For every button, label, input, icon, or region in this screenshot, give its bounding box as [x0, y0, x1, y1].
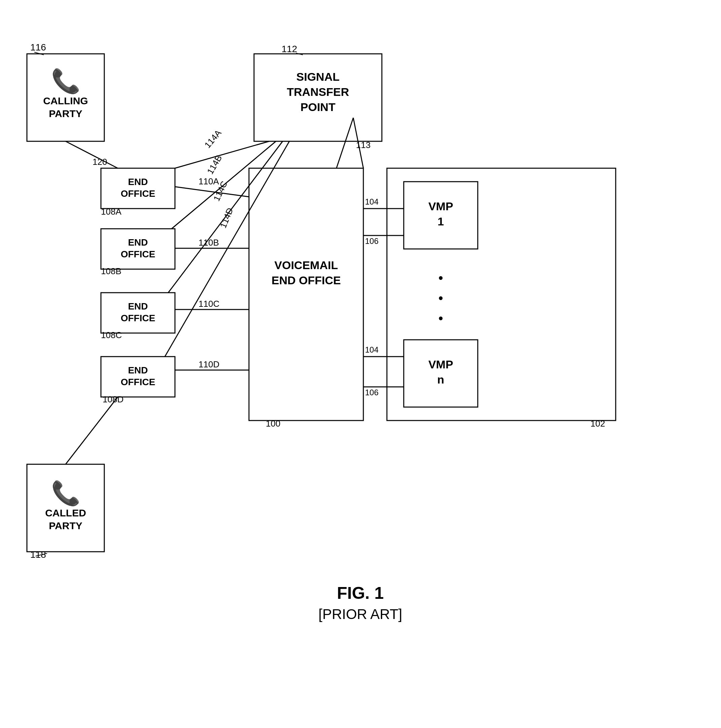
svg-text:[PRIOR ART]: [PRIOR ART]	[318, 606, 403, 622]
svg-text:110D: 110D	[199, 359, 219, 369]
svg-text:SIGNAL: SIGNAL	[296, 70, 340, 83]
svg-text:📞: 📞	[51, 479, 81, 507]
svg-text:VMP: VMP	[428, 200, 453, 213]
svg-text:104: 104	[365, 345, 378, 354]
svg-text:FIG. 1: FIG. 1	[337, 584, 384, 603]
svg-text:100: 100	[266, 419, 280, 428]
svg-text:n: n	[437, 373, 444, 386]
svg-text:114A: 114A	[202, 128, 223, 150]
svg-text:114D: 114D	[218, 206, 235, 229]
svg-text:END: END	[128, 365, 148, 375]
svg-text:PARTY: PARTY	[49, 108, 82, 119]
svg-text:END: END	[128, 237, 148, 248]
svg-text:VMP: VMP	[428, 358, 453, 371]
svg-text:110A: 110A	[199, 176, 219, 187]
svg-text:114B: 114B	[205, 153, 224, 176]
svg-text:116: 116	[30, 42, 46, 52]
svg-text:TRANSFER: TRANSFER	[287, 86, 349, 98]
svg-rect-29	[249, 168, 363, 421]
svg-text:OFFICE: OFFICE	[121, 188, 155, 199]
svg-text:108A: 108A	[101, 206, 121, 217]
svg-text:110C: 110C	[199, 299, 219, 309]
svg-line-50	[175, 141, 269, 168]
svg-text:END OFFICE: END OFFICE	[271, 274, 341, 287]
svg-text:📞: 📞	[51, 67, 81, 95]
svg-text:118: 118	[30, 549, 46, 560]
svg-text:102: 102	[591, 419, 605, 428]
svg-text:104: 104	[365, 197, 378, 206]
svg-text:108C: 108C	[101, 330, 122, 340]
svg-line-77	[66, 141, 118, 168]
diagram: SIGNAL TRANSFER POINT 112 📞 CALLING PART…	[0, 0, 721, 728]
svg-text:CALLED: CALLED	[45, 507, 86, 518]
svg-text:106: 106	[365, 388, 378, 397]
svg-text:PARTY: PARTY	[49, 520, 82, 531]
svg-text:CALLING: CALLING	[43, 95, 88, 106]
svg-text:POINT: POINT	[300, 101, 335, 113]
svg-text:1: 1	[438, 215, 444, 228]
svg-text:108B: 108B	[101, 266, 121, 276]
svg-text:113: 113	[356, 140, 370, 150]
svg-text:OFFICE: OFFICE	[121, 249, 155, 259]
svg-text:END: END	[128, 301, 148, 312]
svg-text:•: •	[438, 271, 443, 285]
svg-text:OFFICE: OFFICE	[121, 313, 155, 323]
svg-text:OFFICE: OFFICE	[121, 377, 155, 387]
svg-text:•: •	[438, 311, 443, 326]
svg-text:106: 106	[365, 237, 378, 246]
svg-text:112: 112	[282, 44, 297, 54]
svg-line-78	[66, 397, 118, 464]
svg-text:•: •	[438, 291, 443, 306]
svg-text:VOICEMAIL: VOICEMAIL	[274, 259, 338, 271]
diagram-svg: SIGNAL TRANSFER POINT 112 📞 CALLING PART…	[0, 0, 721, 728]
svg-text:110B: 110B	[199, 237, 219, 248]
svg-text:END: END	[128, 177, 148, 187]
